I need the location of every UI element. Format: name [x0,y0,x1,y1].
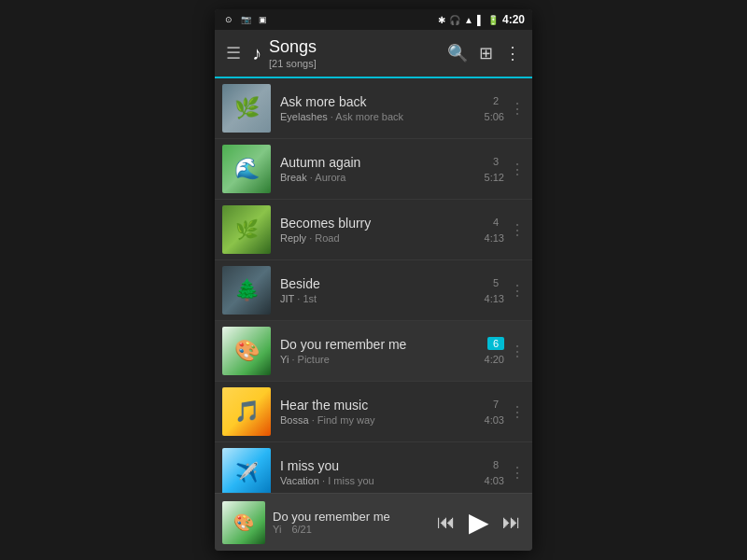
now-playing-controls: ⏮ ▶ ⏭ [433,503,525,541]
media-status-icon: ▣ [256,15,269,24]
song-thumbnail [222,327,271,375]
song-item[interactable]: Beside JIT · 1st 5 4:13 ⋮ [215,260,532,321]
previous-button[interactable]: ⏮ [433,508,459,537]
song-item[interactable]: Becomes blurry Reply · Road 4 4:13 ⋮ [215,200,532,260]
song-artist: JIT [280,293,294,304]
song-album: Picture [298,354,330,365]
song-more-button[interactable]: ⋮ [506,460,529,485]
song-meta: Break · Aurora [280,172,485,183]
wifi-icon: ▲ [464,15,473,25]
now-playing-meta: Yi 6/21 [273,524,426,535]
song-title: I miss you [280,458,485,473]
song-more-button[interactable]: ⋮ [506,96,529,121]
song-number: 7 [487,398,504,411]
app-subtitle: [21 songs] [269,58,436,69]
song-info: Beside JIT · 1st [280,276,485,304]
song-info: Autumn again Break · Aurora [280,155,485,183]
photo-status-icon: 📷 [239,15,252,24]
music-status-icon: ⊙ [222,15,235,24]
song-album: Aurora [315,172,345,183]
song-number: 4 [487,216,504,229]
search-button[interactable]: 🔍 [444,39,472,67]
song-title: Autumn again [280,155,485,170]
song-item[interactable]: Ask more back Eyelashes · Ask more back … [215,78,532,139]
song-more-button[interactable]: ⋮ [506,278,529,303]
play-button[interactable]: ▶ [465,503,493,541]
more-options-button[interactable]: ⋮ [500,39,525,67]
song-artist: Reply [280,232,306,244]
song-number: 5 [487,276,504,289]
song-number: 6 [487,337,504,350]
clock: 4:20 [502,13,525,26]
song-title: Do you remember me [280,337,485,352]
now-playing-artist: Yi [273,524,281,535]
song-info: I miss you Vacation · I miss you [280,458,485,486]
app-bar-actions: 🔍 ⊞ ⋮ [444,39,525,67]
song-right: 4 4:13 [485,216,506,244]
song-meta: Vacation · I miss you [280,475,485,486]
song-meta: Eyelashes · Ask more back [280,111,485,122]
song-album: Ask more back [335,111,403,122]
battery-icon: 🔋 [487,15,499,25]
music-note-icon: ♪ [252,43,261,64]
title-block: Songs [21 songs] [269,37,436,69]
song-title: Becomes blurry [280,216,485,231]
song-info: Becomes blurry Reply · Road [280,216,485,244]
song-right: 2 5:06 [485,94,506,122]
song-thumbnail [222,448,271,493]
song-duration: 4:03 [485,475,504,486]
song-artist: Bossa [280,414,309,426]
app-title: Songs [269,37,436,58]
song-title: Beside [280,276,485,291]
headphone-icon: 🎧 [449,15,460,25]
status-bar-right: ✱ 🎧 ▲ ▌ 🔋 4:20 [438,13,525,26]
signal-icon: ▌ [477,15,484,25]
now-playing-info: Do you remember me Yi 6/21 [273,510,426,535]
song-album: 1st [303,293,317,304]
song-meta: Yi · Picture [280,354,485,365]
song-artist: Break [280,172,307,183]
song-number: 8 [487,458,504,471]
song-more-button[interactable]: ⋮ [506,217,529,243]
song-right: 8 4:03 [485,458,506,486]
song-right: 7 4:03 [485,398,506,426]
song-artist: Eyelashes [280,111,328,122]
status-bar: ⊙ 📷 ▣ ✱ 🎧 ▲ ▌ 🔋 4:20 [215,9,532,30]
song-meta: JIT · 1st [280,293,485,304]
song-more-button[interactable]: ⋮ [506,157,529,182]
song-thumbnail [222,205,271,254]
next-button[interactable]: ⏭ [499,508,525,537]
song-artist: Yi [280,354,289,365]
song-info: Ask more back Eyelashes · Ask more back [280,94,485,122]
status-bar-left: ⊙ 📷 ▣ [222,15,269,24]
song-more-button[interactable]: ⋮ [506,399,529,425]
now-playing-progress: 6/21 [291,524,311,535]
song-item[interactable]: Hear the music Bossa · Find my way 7 4:0… [215,382,532,442]
song-item[interactable]: I miss you Vacation · I miss you 8 4:03 … [215,442,532,493]
song-duration: 5:12 [485,172,504,183]
song-thumbnail [222,266,271,315]
song-album: Find my way [317,414,375,426]
song-meta: Reply · Road [280,232,485,244]
song-duration: 4:20 [485,354,504,365]
bluetooth-icon: ✱ [438,15,445,25]
song-right: 3 5:12 [485,155,506,183]
song-info: Do you remember me Yi · Picture [280,337,485,365]
song-thumbnail [222,387,271,436]
phone-frame: ⊙ 📷 ▣ ✱ 🎧 ▲ ▌ 🔋 4:20 ☰ ♪ Songs [21 songs… [215,9,532,551]
menu-button[interactable]: ☰ [222,39,245,67]
app-bar: ☰ ♪ Songs [21 songs] 🔍 ⊞ ⋮ [215,30,532,78]
song-more-button[interactable]: ⋮ [506,339,529,364]
song-thumbnail [222,145,271,193]
song-duration: 4:13 [485,293,504,304]
song-item[interactable]: Autumn again Break · Aurora 3 5:12 ⋮ [215,139,532,200]
song-number: 3 [487,155,504,168]
song-right: 5 4:13 [485,276,506,304]
song-duration: 4:13 [485,232,504,244]
song-title: Hear the music [280,398,485,413]
song-item[interactable]: Do you remember me Yi · Picture 6 4:20 ⋮ [215,321,532,382]
song-info: Hear the music Bossa · Find my way [280,398,485,426]
grid-view-button[interactable]: ⊞ [475,39,497,67]
song-thumbnail [222,84,271,133]
song-number: 2 [487,94,504,107]
